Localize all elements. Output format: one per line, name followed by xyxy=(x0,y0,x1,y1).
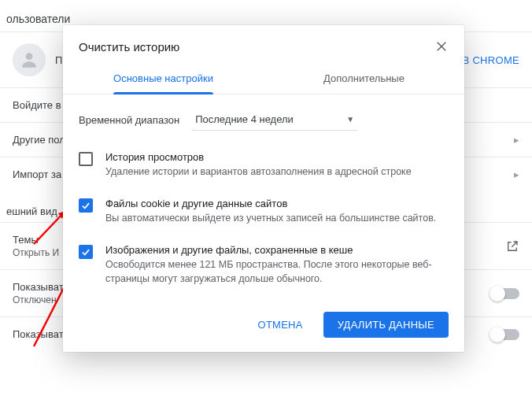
cookies-title: Файлы cookie и другие данные сайтов xyxy=(105,198,436,209)
cookies-desc: Вы автоматически выйдете из учетных запи… xyxy=(105,211,436,225)
option-cookies: Файлы cookie и другие данные сайтов Вы а… xyxy=(79,188,449,235)
chevron-down-icon: ▼ xyxy=(346,115,354,124)
toggle-switch[interactable] xyxy=(491,288,519,299)
time-range-select[interactable]: Последние 4 недели ▼ xyxy=(192,109,357,131)
checkbox-history[interactable] xyxy=(79,152,93,166)
cache-title: Изображения и другие файлы, сохраненные … xyxy=(105,244,449,256)
time-range-value: Последние 4 недели xyxy=(195,113,294,125)
dialog-title: Очистить историю xyxy=(79,40,179,54)
checkbox-cache[interactable] xyxy=(79,245,93,259)
show1-sub: Отключен xyxy=(13,294,64,305)
chevron-right-icon: ▸ xyxy=(514,134,519,146)
other-users-label: Другие пол xyxy=(13,134,65,146)
import-label: Импорт за xyxy=(13,168,61,180)
launch-icon xyxy=(505,239,519,253)
show1-label: Показыват xyxy=(13,281,64,293)
themes-label: Темы xyxy=(13,234,59,246)
tab-advanced[interactable]: Дополнительные xyxy=(264,63,464,94)
option-cache: Изображения и другие файлы, сохраненные … xyxy=(79,235,449,295)
toggle-switch[interactable] xyxy=(491,329,519,340)
time-range-label: Временной диапазон xyxy=(79,114,179,126)
option-browsing-history: История просмотров Удаление истории и ва… xyxy=(79,142,449,188)
close-icon[interactable] xyxy=(434,39,449,54)
checkbox-cookies[interactable] xyxy=(79,198,93,213)
cache-desc: Освободится менее 121 МБ пространства. П… xyxy=(105,257,449,286)
history-title: История просмотров xyxy=(105,151,412,163)
themes-sub: Открыть И xyxy=(13,247,59,258)
cancel-button[interactable]: ОТМЕНА xyxy=(244,312,317,338)
svg-point-0 xyxy=(26,53,33,60)
show2-label: Показыват xyxy=(13,328,64,340)
history-desc: Удаление истории и вариантов автозаполне… xyxy=(105,165,412,179)
avatar xyxy=(13,43,46,76)
clear-browsing-data-dialog: Очистить историю Основные настройки Допо… xyxy=(63,25,464,352)
profile-name-partial: П xyxy=(55,54,62,66)
chrome-signin-link[interactable]: В CHROME xyxy=(463,54,519,66)
dialog-tabs: Основные настройки Дополнительные xyxy=(63,63,464,94)
clear-data-button[interactable]: УДАЛИТЬ ДАННЫЕ xyxy=(323,312,449,338)
tab-basic[interactable]: Основные настройки xyxy=(63,63,264,94)
chevron-right-icon: ▸ xyxy=(514,168,519,180)
